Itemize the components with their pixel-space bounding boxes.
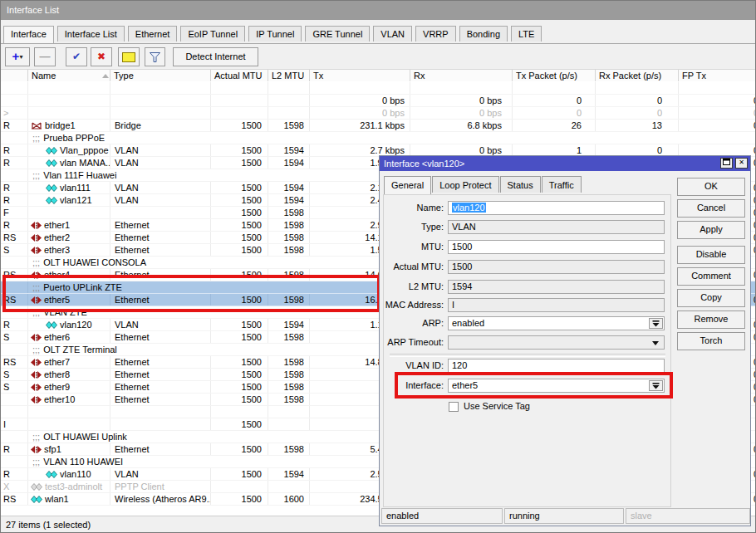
tab-gre-tunnel[interactable]: GRE Tunnel — [305, 26, 370, 42]
type-cell: VLAN — [110, 157, 211, 169]
minus-icon: — — [40, 50, 51, 62]
apply-button[interactable]: Apply — [677, 221, 745, 239]
table-row[interactable]: Rbridge1Bridge15001598231.1 kbps6.8 kbps… — [1, 120, 756, 132]
table-row[interactable] — [1, 82, 756, 95]
remove-button[interactable]: Remove — [677, 311, 745, 329]
name-cell: wlan1 — [28, 493, 110, 505]
flags-cell: S — [1, 244, 28, 256]
rx-packet-cell — [596, 82, 679, 94]
column-header-actual-mtu[interactable]: Actual MTU — [211, 70, 268, 82]
remove-button[interactable]: — — [34, 47, 56, 66]
add-button[interactable]: +▾ — [5, 47, 30, 66]
detect-internet-button[interactable]: Detect Internet — [173, 47, 258, 66]
dialog-tab-loop-protect[interactable]: Loop Protect — [432, 176, 498, 193]
tab-interface-list[interactable]: Interface List — [57, 26, 125, 42]
tx-cell: 2.7 kbps — [310, 144, 410, 156]
use-service-tag-checkbox[interactable] — [449, 402, 459, 412]
fp-tx-cell: 0 — [679, 144, 756, 156]
filter-button[interactable] — [145, 47, 165, 66]
type-field[interactable]: VLAN — [448, 220, 665, 234]
comment-marker-icon: ;;; — [32, 432, 40, 442]
tab-lte[interactable]: LTE — [511, 26, 542, 42]
actual-mtu-field[interactable]: 1500 — [448, 260, 665, 274]
name-cell: vlan110 — [28, 468, 110, 480]
column-header-rx[interactable]: Rx — [410, 70, 513, 82]
name-cell: Vlan_pppoe — [28, 144, 110, 156]
interface-vlan120-dialog: Interface <vlan120> ✕ GeneralLoop Protec… — [379, 155, 751, 526]
dialog-tab-general[interactable]: General — [384, 176, 431, 194]
name-cell: ether3 — [28, 244, 110, 256]
dialog-tab-traffic[interactable]: Traffic — [542, 176, 582, 193]
disable-button[interactable]: ✖ — [91, 47, 112, 66]
close-icon: ✕ — [739, 159, 744, 166]
ok-button[interactable]: OK — [677, 178, 745, 196]
comment-button[interactable]: Comment — [677, 267, 745, 286]
rx-packet-cell: 0 — [596, 144, 679, 156]
vlan-id-field[interactable]: 120 — [448, 359, 665, 373]
actual-mtu-cell: 1500 — [211, 120, 268, 131]
status-enabled: enabled — [381, 508, 503, 524]
column-header-name[interactable]: Name — [28, 70, 110, 82]
restore-button[interactable] — [720, 158, 733, 169]
tab-interface[interactable]: Interface — [3, 26, 54, 43]
tab-vrrp[interactable]: VRRP — [415, 26, 456, 42]
arp-dropdown-button[interactable] — [649, 318, 663, 329]
mac-address-field[interactable]: I — [448, 298, 665, 312]
flags-cell: F — [1, 207, 28, 218]
l2-mtu-cell — [268, 481, 310, 492]
comment-row[interactable]: ;;;Prueba PPPoE — [1, 132, 756, 144]
torch-button[interactable]: Torch — [677, 332, 745, 350]
interface-name: vlan120 — [60, 320, 92, 330]
column-header-type[interactable]: Type — [110, 70, 211, 82]
detect-internet-label: Detect Internet — [185, 51, 245, 61]
column-header-rx-packet-p-s[interactable]: Rx Packet (p/s) — [596, 70, 679, 82]
comment-marker-icon: ;;; — [32, 170, 40, 180]
arp-timeout-field[interactable] — [448, 335, 665, 350]
name-cell: vlan MANA... — [28, 157, 110, 169]
l2-mtu-cell: 1598 — [268, 369, 310, 380]
type-cell — [110, 418, 211, 430]
mtu-field[interactable]: 1500 — [448, 240, 665, 254]
copy-button[interactable]: Copy — [677, 289, 745, 307]
column-header-l2-mtu[interactable]: L2 MTU — [268, 70, 310, 82]
actual-mtu-cell: 1500 — [211, 194, 268, 206]
vlan-icon — [46, 184, 57, 192]
comment-marker-icon: ;;; — [32, 345, 40, 355]
tab-eoip-tunnel[interactable]: EoIP Tunnel — [180, 26, 245, 42]
vlan-icon — [46, 147, 57, 154]
dialog-tab-status[interactable]: Status — [500, 176, 541, 193]
l2-mtu-cell: 1594 — [268, 194, 310, 206]
tab-vlan[interactable]: VLAN — [373, 26, 412, 42]
table-row[interactable]: >0 bps0 bps000 — [1, 107, 756, 120]
column-header-tx-packet-p-s[interactable]: Tx Packet (p/s) — [513, 70, 596, 82]
l2-mtu-cell: 1598 — [268, 356, 310, 368]
l2-mtu-field[interactable]: 1594 — [448, 280, 665, 294]
tx-packet-cell: 0 — [513, 107, 596, 119]
column-header-fp-tx[interactable]: FP Tx — [679, 70, 756, 82]
close-button[interactable]: ✕ — [735, 158, 748, 169]
table-row[interactable]: 0 bps0 bps000 — [1, 95, 756, 107]
tab-ethernet[interactable]: Ethernet — [128, 26, 178, 42]
l2-mtu-cell: 1598 — [268, 443, 310, 455]
column-header-tx[interactable]: Tx — [310, 70, 410, 82]
cancel-button[interactable]: Cancel — [677, 199, 745, 218]
arp-field[interactable]: enabled — [448, 316, 665, 330]
comment-button[interactable] — [118, 47, 140, 66]
enable-button[interactable]: ✔ — [66, 47, 87, 66]
l2-mtu-cell: 1594 — [268, 182, 310, 193]
name-cell — [28, 418, 110, 430]
rx-cell: 6.8 kbps — [410, 120, 513, 131]
tab-bonding[interactable]: Bonding — [459, 26, 508, 42]
name-field[interactable]: vlan120 — [448, 201, 665, 215]
tab-ip-tunnel[interactable]: IP Tunnel — [248, 26, 302, 42]
interface-name: wlan1 — [45, 494, 69, 504]
column-header-flags[interactable] — [1, 70, 28, 82]
rx-packet-cell: 13 — [596, 120, 679, 131]
flags-cell: X — [1, 481, 28, 492]
l2-mtu-label: L2 MTU: — [381, 280, 444, 294]
type-cell: Bridge — [110, 120, 211, 131]
disable-button[interactable]: Disable — [677, 246, 745, 264]
actual-mtu-cell: 1500 — [211, 443, 268, 455]
mac-address-value: I — [452, 300, 454, 310]
flags-cell — [1, 431, 28, 443]
